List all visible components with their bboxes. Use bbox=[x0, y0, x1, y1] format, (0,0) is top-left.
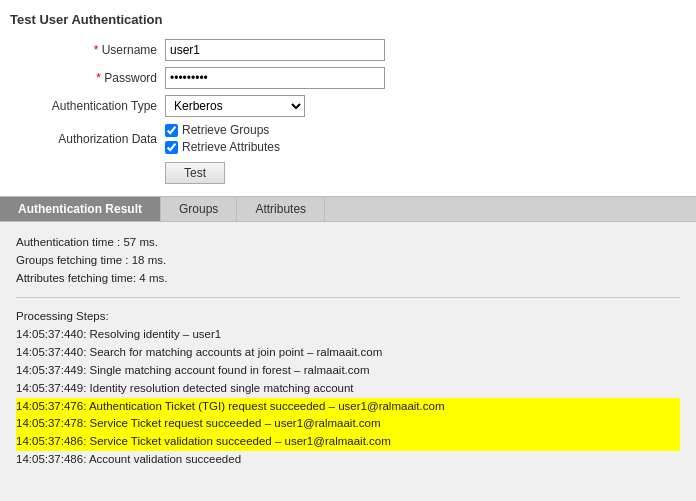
timing-line-1: Groups fetching time : 18 ms. bbox=[16, 252, 680, 270]
retrieve-groups-row: Retrieve Groups bbox=[165, 123, 280, 137]
auth-type-row: Authentication Type Kerberos LDAP Active… bbox=[10, 95, 686, 117]
username-input[interactable] bbox=[165, 39, 385, 61]
log-line-4: 14:05:37:476: Authentication Ticket (TGI… bbox=[16, 398, 680, 416]
retrieve-attributes-label: Retrieve Attributes bbox=[182, 140, 280, 154]
result-area: Authentication time : 57 ms. Groups fetc… bbox=[0, 222, 696, 501]
auth-data-row: Authorization Data Retrieve Groups Retri… bbox=[10, 123, 686, 154]
retrieve-attributes-checkbox[interactable] bbox=[165, 141, 178, 154]
form-area: * Username * Password Authentication Typ… bbox=[0, 33, 696, 196]
required-star: * bbox=[94, 43, 102, 57]
log-line-7: 14:05:37:486: Account validation succeed… bbox=[16, 451, 680, 469]
timing-line-0: Authentication time : 57 ms. bbox=[16, 234, 680, 252]
auth-type-label: Authentication Type bbox=[10, 99, 165, 113]
log-line-2: 14:05:37:449: Single matching account fo… bbox=[16, 362, 680, 380]
retrieve-groups-label: Retrieve Groups bbox=[182, 123, 269, 137]
username-label: * Username bbox=[10, 43, 165, 57]
tab-attributes[interactable]: Attributes bbox=[237, 197, 325, 221]
retrieve-groups-checkbox[interactable] bbox=[165, 124, 178, 137]
test-button[interactable]: Test bbox=[165, 162, 225, 184]
auth-data-label: Authorization Data bbox=[10, 132, 165, 146]
log-line-5: 14:05:37:478: Service Ticket request suc… bbox=[16, 415, 680, 433]
auth-type-select[interactable]: Kerberos LDAP Active Directory bbox=[165, 95, 305, 117]
password-label: * Password bbox=[10, 71, 165, 85]
tab-groups[interactable]: Groups bbox=[161, 197, 237, 221]
timing-section: Authentication time : 57 ms. Groups fetc… bbox=[16, 234, 680, 287]
log-line-0: 14:05:37:440: Resolving identity – user1 bbox=[16, 326, 680, 344]
timing-line-2: Attributes fetching time: 4 ms. bbox=[16, 270, 680, 288]
auth-data-checkboxes: Retrieve Groups Retrieve Attributes bbox=[165, 123, 280, 154]
tab-authentication-result[interactable]: Authentication Result bbox=[0, 197, 161, 221]
password-row: * Password bbox=[10, 67, 686, 89]
retrieve-attributes-row: Retrieve Attributes bbox=[165, 140, 280, 154]
page-title: Test User Authentication bbox=[0, 8, 696, 33]
password-input[interactable] bbox=[165, 67, 385, 89]
processing-steps-label: Processing Steps: bbox=[16, 308, 680, 326]
processing-section: Processing Steps: 14:05:37:440: Resolvin… bbox=[16, 308, 680, 468]
log-line-1: 14:05:37:440: Search for matching accoun… bbox=[16, 344, 680, 362]
divider bbox=[16, 297, 680, 298]
log-line-6: 14:05:37:486: Service Ticket validation … bbox=[16, 433, 680, 451]
tabs-bar: Authentication Result Groups Attributes bbox=[0, 196, 696, 222]
log-line-3: 14:05:37:449: Identity resolution detect… bbox=[16, 380, 680, 398]
username-row: * Username bbox=[10, 39, 686, 61]
main-container: Test User Authentication * Username * Pa… bbox=[0, 0, 696, 501]
test-btn-row: Test bbox=[165, 162, 686, 184]
